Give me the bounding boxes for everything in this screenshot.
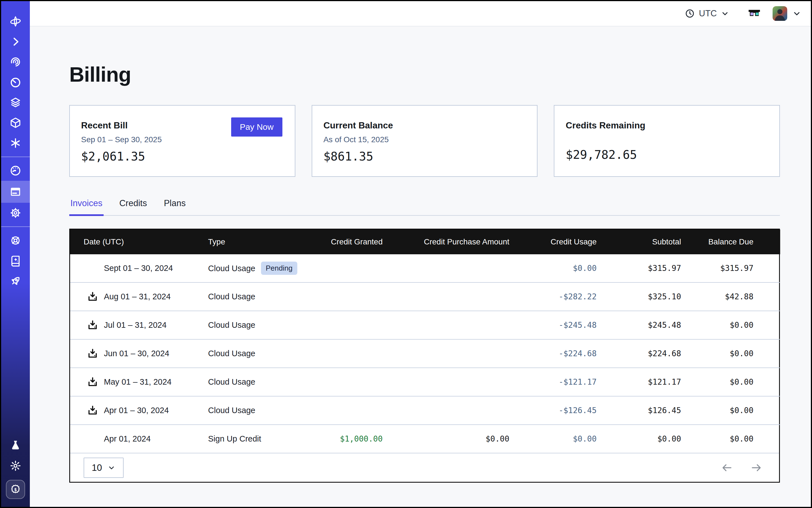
credit-purchase bbox=[383, 368, 509, 396]
credits-remaining-card: Credits Remaining $29,782.65 bbox=[554, 105, 780, 177]
summary-cards: Recent Bill Sep 01 – Sep 30, 2025 $2,061… bbox=[69, 105, 780, 177]
topbar: UTC bbox=[30, 1, 811, 27]
recent-bill-amount: $2,061.35 bbox=[81, 150, 145, 163]
credit-usage: -$282.22 bbox=[509, 283, 597, 311]
credits-remaining-amount: $29,782.65 bbox=[566, 148, 637, 162]
invoice-type: Cloud Usage bbox=[208, 292, 255, 301]
credit-granted bbox=[301, 311, 383, 339]
invoice-date: Jul 01 – 31, 2024 bbox=[104, 321, 167, 330]
gauge-icon[interactable] bbox=[9, 164, 22, 177]
table-row: May 01 – 31, 2024 Cloud Usage -$121.17 $… bbox=[70, 368, 780, 396]
sidebar-item-billing[interactable] bbox=[1, 181, 30, 203]
balance-due: $0.00 bbox=[681, 425, 780, 453]
tab-invoices[interactable]: Invoices bbox=[69, 198, 103, 215]
cube-icon[interactable] bbox=[9, 116, 22, 129]
invoice-type: Cloud Usage bbox=[208, 406, 255, 415]
invoice-date: Aug 01 – 31, 2024 bbox=[104, 292, 171, 301]
layers-icon[interactable] bbox=[9, 96, 22, 109]
balance-due: $0.00 bbox=[681, 311, 780, 339]
chevron-down-icon bbox=[108, 464, 116, 472]
orbit-logo-icon[interactable] bbox=[9, 15, 22, 28]
subtotal: $121.17 bbox=[597, 368, 681, 396]
credit-usage: $0.00 bbox=[509, 254, 597, 283]
page-title: Billing bbox=[69, 62, 780, 86]
gear-icon[interactable] bbox=[9, 206, 22, 219]
pay-now-button[interactable]: Pay Now bbox=[231, 118, 283, 136]
timezone-selector[interactable]: UTC bbox=[685, 8, 729, 18]
chevron-right-icon[interactable] bbox=[9, 35, 22, 48]
credit-granted bbox=[301, 254, 383, 283]
subtotal: $315.97 bbox=[597, 254, 681, 283]
download-invoice-icon[interactable] bbox=[86, 291, 99, 303]
clock-icon bbox=[685, 8, 695, 18]
sidebar-divider bbox=[1, 226, 30, 227]
page-size-select[interactable]: 10 bbox=[84, 458, 124, 478]
credit-usage: -$224.68 bbox=[509, 339, 597, 368]
download-invoice-icon[interactable] bbox=[86, 347, 99, 360]
balance-due: $0.00 bbox=[681, 339, 780, 368]
main-content: Billing Recent Bill Sep 01 – Sep 30, 202… bbox=[30, 27, 811, 507]
asterisk-icon[interactable] bbox=[9, 136, 22, 150]
invoice-date: Jun 01 – 30, 2024 bbox=[104, 349, 169, 358]
tab-credits[interactable]: Credits bbox=[118, 198, 148, 215]
download-invoice-icon[interactable] bbox=[86, 405, 99, 417]
credit-usage: -$126.45 bbox=[509, 396, 597, 425]
credit-granted bbox=[301, 283, 383, 311]
dollar-badge-button[interactable]: $ bbox=[6, 480, 25, 499]
book-sparkle-icon[interactable] bbox=[9, 254, 22, 267]
table-row: Apr 01, 2024 Sign Up Credit $1,000.00 $0… bbox=[70, 425, 780, 453]
subtotal: $245.48 bbox=[597, 311, 681, 339]
balance-as-of: As of Oct 15, 2025 bbox=[324, 135, 526, 144]
radar-icon[interactable] bbox=[9, 55, 22, 69]
table-row: Jun 01 – 30, 2024 Cloud Usage -$224.68 $… bbox=[70, 339, 780, 368]
previous-page-arrow-icon[interactable] bbox=[721, 462, 733, 474]
avatar[interactable] bbox=[773, 6, 787, 21]
card-title: Current Balance bbox=[324, 120, 526, 131]
sun-icon[interactable] bbox=[9, 459, 22, 472]
credit-purchase bbox=[383, 283, 509, 311]
invoice-type: Cloud Usage bbox=[208, 264, 255, 273]
current-balance-amount: $861.35 bbox=[324, 150, 373, 163]
credit-usage: $0.00 bbox=[509, 425, 597, 453]
column-type: Type bbox=[208, 229, 301, 254]
flask-icon[interactable] bbox=[9, 439, 22, 452]
helm-icon[interactable] bbox=[9, 234, 22, 247]
tab-plans[interactable]: Plans bbox=[163, 198, 187, 215]
billing-card-icon bbox=[9, 185, 22, 198]
credit-purchase bbox=[383, 311, 509, 339]
chevron-down-icon[interactable] bbox=[792, 9, 801, 18]
subtotal: $0.00 bbox=[597, 425, 681, 453]
billing-tabs: Invoices Credits Plans bbox=[69, 198, 780, 216]
column-balance-due: Balance Due bbox=[681, 229, 780, 254]
status-badge: Pending bbox=[261, 262, 297, 275]
column-subtotal: Subtotal bbox=[597, 229, 681, 254]
table-row: Sept 01 – 30, 2024 Cloud UsagePending $0… bbox=[70, 254, 780, 283]
table-row: Aug 01 – 31, 2024 Cloud Usage -$282.22 $… bbox=[70, 283, 780, 311]
download-invoice-icon[interactable] bbox=[86, 319, 99, 331]
credit-purchase bbox=[383, 339, 509, 368]
column-credit-usage: Credit Usage bbox=[509, 229, 597, 254]
credit-granted: $1,000.00 bbox=[301, 425, 383, 453]
invoice-date: Sept 01 – 30, 2024 bbox=[104, 263, 173, 273]
credit-usage: -$245.48 bbox=[509, 311, 597, 339]
balance-due: $42.88 bbox=[681, 283, 780, 311]
table-row: Jul 01 – 31, 2024 Cloud Usage -$245.48 $… bbox=[70, 311, 780, 339]
next-page-arrow-icon[interactable] bbox=[750, 462, 762, 474]
credit-granted bbox=[301, 396, 383, 425]
timezone-label: UTC bbox=[699, 8, 717, 18]
timer-icon[interactable] bbox=[9, 76, 22, 89]
glasses-icon[interactable] bbox=[748, 9, 761, 18]
rocket-icon[interactable] bbox=[9, 274, 22, 288]
credit-usage: -$121.17 bbox=[509, 368, 597, 396]
table-header: Date (UTC) Type Credit Granted Credit Pu… bbox=[70, 229, 780, 254]
credit-granted bbox=[301, 368, 383, 396]
page-size-value: 10 bbox=[92, 462, 102, 473]
column-credit-purchase: Credit Purchase Amount bbox=[383, 229, 509, 254]
credit-granted bbox=[301, 339, 383, 368]
current-balance-card: Current Balance As of Oct 15, 2025 $861.… bbox=[312, 105, 538, 177]
invoice-date: May 01 – 31, 2024 bbox=[104, 377, 171, 387]
subtotal: $224.68 bbox=[597, 339, 681, 368]
recent-bill-card: Recent Bill Sep 01 – Sep 30, 2025 $2,061… bbox=[69, 105, 295, 177]
invoice-date: Apr 01, 2024 bbox=[104, 434, 151, 443]
download-invoice-icon[interactable] bbox=[86, 376, 99, 388]
